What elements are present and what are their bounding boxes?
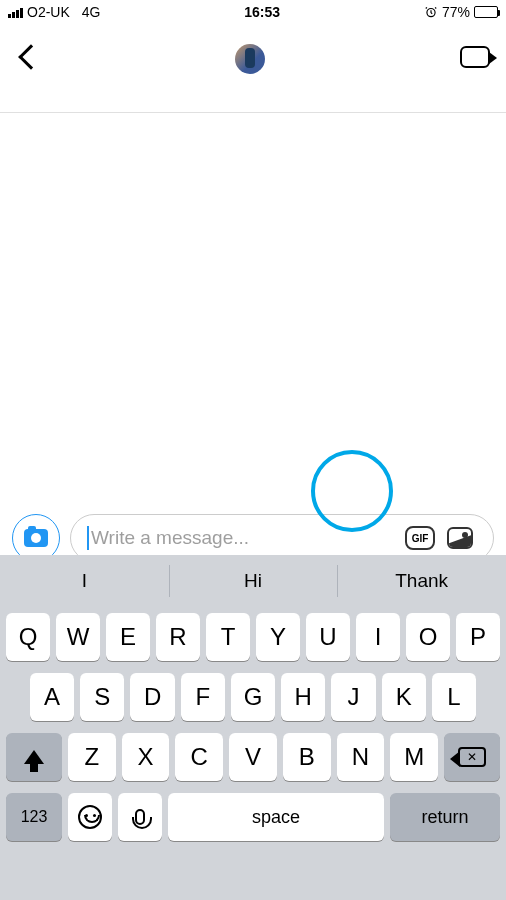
key-emoji[interactable] bbox=[68, 793, 112, 841]
suggestion-1[interactable]: I bbox=[0, 555, 169, 607]
key-row-4: 123 space return bbox=[6, 793, 500, 841]
suggestion-3[interactable]: Thank bbox=[337, 555, 506, 607]
key-dictation[interactable] bbox=[118, 793, 162, 841]
message-placeholder: Write a message... bbox=[91, 527, 405, 549]
key-w[interactable]: W bbox=[56, 613, 100, 661]
key-r[interactable]: R bbox=[156, 613, 200, 661]
gif-button[interactable]: GIF bbox=[405, 526, 435, 550]
emoji-icon bbox=[78, 805, 102, 829]
contact-name bbox=[158, 76, 348, 106]
network-label: 4G bbox=[82, 4, 101, 20]
key-shift[interactable] bbox=[6, 733, 62, 781]
signal-icon bbox=[8, 6, 23, 18]
alarm-icon bbox=[424, 5, 438, 19]
key-y[interactable]: Y bbox=[256, 613, 300, 661]
carrier-label: O2-UK bbox=[27, 4, 70, 20]
backspace-icon bbox=[458, 747, 486, 767]
battery-percent: 77% bbox=[442, 4, 470, 20]
key-j[interactable]: J bbox=[331, 673, 375, 721]
gallery-button[interactable] bbox=[447, 527, 473, 549]
suggestion-2[interactable]: Hi bbox=[169, 555, 338, 607]
key-row-1: Q W E R T Y U I O P bbox=[6, 613, 500, 661]
chat-messages-area[interactable] bbox=[0, 113, 506, 503]
header-center[interactable] bbox=[235, 44, 265, 74]
key-return[interactable]: return bbox=[390, 793, 500, 841]
key-z[interactable]: Z bbox=[68, 733, 116, 781]
back-button[interactable] bbox=[16, 48, 40, 70]
text-cursor bbox=[87, 526, 89, 550]
key-n[interactable]: N bbox=[337, 733, 385, 781]
camera-icon bbox=[24, 529, 48, 547]
key-l[interactable]: L bbox=[432, 673, 476, 721]
key-o[interactable]: O bbox=[406, 613, 450, 661]
mic-icon bbox=[135, 809, 145, 825]
key-d[interactable]: D bbox=[130, 673, 174, 721]
key-i[interactable]: I bbox=[356, 613, 400, 661]
clock: 16:53 bbox=[244, 4, 280, 20]
key-x[interactable]: X bbox=[122, 733, 170, 781]
video-icon bbox=[460, 46, 490, 68]
key-e[interactable]: E bbox=[106, 613, 150, 661]
key-c[interactable]: C bbox=[175, 733, 223, 781]
key-row-3: Z X C V B N M bbox=[6, 733, 500, 781]
video-call-button[interactable] bbox=[460, 46, 490, 72]
key-s[interactable]: S bbox=[80, 673, 124, 721]
gif-label: GIF bbox=[412, 533, 429, 544]
key-h[interactable]: H bbox=[281, 673, 325, 721]
avatar bbox=[235, 44, 265, 74]
suggestion-bar: I Hi Thank bbox=[0, 555, 506, 607]
key-space[interactable]: space bbox=[168, 793, 384, 841]
shift-icon bbox=[24, 750, 44, 764]
key-p[interactable]: P bbox=[456, 613, 500, 661]
key-g[interactable]: G bbox=[231, 673, 275, 721]
key-v[interactable]: V bbox=[229, 733, 277, 781]
keyboard: I Hi Thank Q W E R T Y U I O P A S D F G… bbox=[0, 555, 506, 900]
status-right: 77% bbox=[424, 4, 498, 20]
battery-icon bbox=[474, 6, 498, 18]
status-bar: O2-UK 4G 16:53 77% bbox=[0, 0, 506, 24]
key-numeric-mode[interactable]: 123 bbox=[6, 793, 62, 841]
key-row-2: A S D F G H J K L bbox=[6, 673, 500, 721]
key-backspace[interactable] bbox=[444, 733, 500, 781]
status-left: O2-UK 4G bbox=[8, 4, 100, 20]
key-b[interactable]: B bbox=[283, 733, 331, 781]
chevron-left-icon bbox=[18, 44, 43, 69]
key-t[interactable]: T bbox=[206, 613, 250, 661]
key-k[interactable]: K bbox=[382, 673, 426, 721]
key-u[interactable]: U bbox=[306, 613, 350, 661]
key-m[interactable]: M bbox=[390, 733, 438, 781]
key-f[interactable]: F bbox=[181, 673, 225, 721]
key-q[interactable]: Q bbox=[6, 613, 50, 661]
key-a[interactable]: A bbox=[30, 673, 74, 721]
